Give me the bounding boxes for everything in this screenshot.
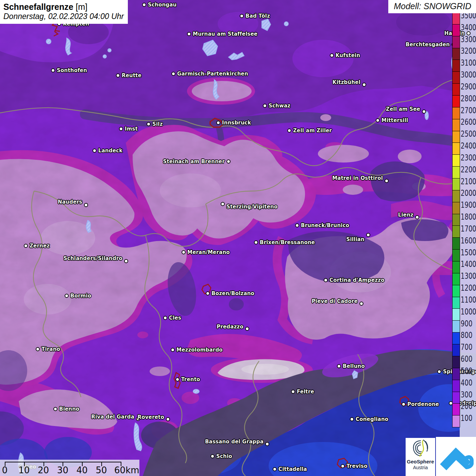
city-schio: Schio [210, 453, 232, 459]
city-nauders: Nauders [58, 202, 88, 208]
city-kitzb-hel: Kitzbühel [333, 82, 366, 88]
page-title: Schneefallgrenze [m] [3, 2, 124, 12]
city-label: Imst [125, 126, 138, 132]
city-label: Sterzing/Vipiteno [226, 204, 277, 210]
city-dot-icon [116, 73, 120, 78]
city-dot-icon [366, 233, 370, 237]
colorbar-segment-1400 [453, 261, 460, 273]
city-cortina-d-ampezzo: Cortina d'Ampezzo [324, 277, 385, 283]
city-dot-icon [187, 32, 191, 36]
title-unit: [m] [76, 2, 88, 12]
colorbar-segment-800 [453, 332, 460, 344]
city-label: Cittadella [278, 466, 307, 472]
colorbar-segment-3400 [453, 24, 460, 36]
city-murnau-am-staffelsee: Murnau am Staffelsee [187, 31, 257, 37]
colorbar-segment-2200 [453, 166, 460, 178]
colorbar-segment-300 [453, 392, 460, 404]
city-label: Berchtesgaden [406, 41, 450, 48]
city-riva-del-garda: Riva del Garda [91, 416, 140, 422]
colorbar-segment-1100 [453, 297, 460, 309]
city-schongau: Schongau [142, 2, 177, 8]
city-label: Pieve di Cadore [312, 298, 358, 304]
city-label: Feltre [297, 389, 314, 395]
colorbar-segment-500 [453, 368, 460, 380]
city-label: Conegliano [356, 416, 388, 422]
city-lienz: Lienz [398, 214, 419, 220]
city-bozen-bolzano: Bozen/Bolzano [206, 290, 254, 296]
city-zernez: Zernez [24, 243, 50, 249]
city-sterzing-vipiteno: Sterzing/Vipiteno [221, 201, 277, 207]
city-matrei-in-osttirol: Matrei in Osttirol [332, 178, 389, 184]
city-imst: Imst [119, 126, 138, 132]
city-mittersill: Mittersill [376, 117, 408, 123]
city-label: Garmisch-Partenkirchen [177, 71, 248, 77]
city-dot-icon [53, 407, 57, 411]
city-reutte: Reutte [116, 72, 141, 79]
city-dot-icon [65, 294, 69, 298]
city-garmisch-partenkirchen: Garmisch-Partenkirchen [171, 71, 248, 77]
city-label: Treviso [346, 463, 368, 469]
avalanche-service-logo [436, 437, 476, 476]
city-dot-icon [163, 316, 167, 320]
city-sillian: Sillian [346, 232, 370, 238]
colorbar-segment-1300 [453, 273, 460, 285]
city-dot-icon [147, 122, 151, 126]
city-cittadella: Cittadella [273, 466, 307, 472]
city-bienno: Bienno [53, 406, 80, 412]
city-dot-icon [263, 104, 267, 108]
city-dot-icon [84, 203, 88, 207]
colorbar-segment-600 [453, 356, 460, 368]
model-label: Modell: SNOWGRID [388, 0, 476, 13]
city-label: Schwaz [269, 103, 290, 109]
city-rovereto: Rovereto [138, 416, 170, 422]
city-label: Belluno [343, 363, 365, 369]
city-dot-icon [330, 53, 334, 57]
city-label: Bassano del Grappa [205, 439, 264, 445]
city-label: Bozen/Bolzano [211, 290, 254, 296]
city-label: Sonthofen [57, 67, 87, 73]
city-mezzolombardo: Mezzolombardo [171, 347, 223, 353]
colorbar-segment-3300 [453, 36, 460, 48]
city-dot-icon [437, 370, 441, 374]
city-innsbruck: Innsbruck [216, 120, 251, 126]
city-label: Bruneck/Brunico [301, 222, 349, 228]
colorbar-segment-100 [453, 415, 460, 427]
city-label: Sillian [346, 236, 364, 242]
city-label: Brixen/Bressanone [260, 239, 315, 245]
city-label: Rovereto [138, 414, 164, 420]
city-bad-t-lz: Bad Tölz [240, 13, 270, 19]
scalebar-label: 10 [18, 465, 30, 475]
city-treviso: Treviso [341, 463, 368, 469]
city-dot-icon [291, 390, 295, 394]
city-pordenone: Pordenone [402, 401, 439, 407]
city-dot-icon [295, 223, 299, 227]
city-label: Predazzo [217, 324, 243, 330]
city-dot-icon [240, 14, 244, 18]
city-label: Bad Tölz [245, 13, 270, 19]
geosphere-country: Austria [413, 465, 428, 471]
colorbar-segment-1200 [453, 285, 460, 297]
city-label: Schio [216, 453, 232, 459]
city-dot-icon [171, 348, 175, 352]
city-dot-icon [362, 83, 366, 87]
city-label: Cortina d'Ampezzo [329, 277, 385, 283]
city-label: Schlanders/Silandro [64, 255, 122, 261]
city-dot-icon [182, 250, 186, 254]
mountain-icon [438, 439, 474, 474]
scalebar-label: 60km [114, 465, 139, 475]
geosphere-name: GeoSphere [407, 459, 434, 465]
colorbar [452, 12, 460, 427]
city-label: Lienz [398, 212, 413, 218]
city-dot-icon [216, 121, 220, 125]
city-silz: Silz [147, 121, 163, 127]
scalebar-label: 50 [96, 465, 107, 475]
colorbar-segment-900 [453, 320, 460, 332]
city-dot-icon [376, 118, 380, 122]
city-label: Zell am See [386, 106, 420, 112]
city-label: Bormio [70, 293, 91, 299]
colorbar-segment-2400 [453, 142, 460, 154]
title-main: Schneefallgrenze [3, 2, 73, 12]
city-bassano-del-grappa: Bassano del Grappa [205, 441, 269, 447]
city-dot-icon [24, 244, 28, 248]
colorbar-segment-3000 [453, 71, 460, 83]
